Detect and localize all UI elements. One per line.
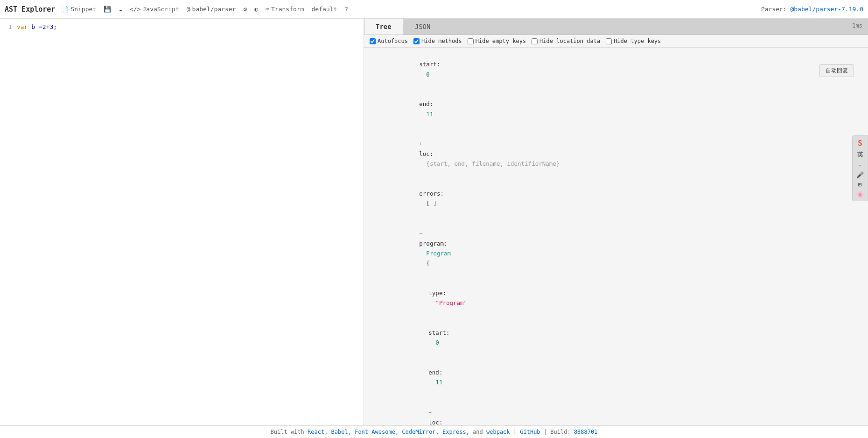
ime-dot-button[interactable]: · xyxy=(855,161,865,170)
tab-json[interactable]: JSON xyxy=(403,19,442,35)
ast-node-program-type: type: "Program" xyxy=(368,278,864,318)
parser-label: Parser: xyxy=(761,6,787,13)
default-select[interactable]: default xyxy=(309,5,339,14)
ast-node-program: − program: Program { xyxy=(368,219,864,278)
option-hide-empty-keys[interactable]: Hide empty keys xyxy=(468,38,526,44)
operator-assign: = xyxy=(35,22,42,32)
code-line-1: 1 var b = 2 + 3 ; xyxy=(0,22,364,32)
toolbar: AST Explorer 📄 Snippet 💾 ☁ </> JavaScrip… xyxy=(0,0,868,19)
ime-toolbar: S 英 · 🎤 ⊞ 🌸 xyxy=(852,135,868,201)
toggle-icon: ◐ xyxy=(254,6,258,13)
option-autofocus[interactable]: Autofocus xyxy=(370,38,408,44)
hide-methods-checkbox[interactable] xyxy=(413,38,420,44)
save-icon: 💾 xyxy=(104,6,111,13)
language-label: JavaScript xyxy=(142,6,179,13)
hide-location-data-label: Hide location data xyxy=(539,38,600,44)
snippet-label: Snippet xyxy=(70,6,96,13)
ast-node-loc: + loc: {start, end, filename, identifier… xyxy=(368,129,864,179)
footer: Built with React, Babel, Font Awesome, C… xyxy=(0,425,868,438)
transform-button[interactable]: ⌨ Transform xyxy=(264,5,306,14)
cloud-button[interactable]: ☁ xyxy=(117,5,124,14)
keyword-var: var xyxy=(17,22,28,32)
save-button[interactable]: 💾 xyxy=(102,5,113,14)
timing-label: 1ms xyxy=(847,19,868,35)
language-button[interactable]: </> JavaScript xyxy=(128,5,181,14)
parser-name-label: babel/parser xyxy=(192,6,236,13)
code-editor[interactable]: 1 var b = 2 + 3 ; xyxy=(0,19,364,425)
tab-tree[interactable]: Tree xyxy=(364,19,403,35)
code-icon: </> xyxy=(130,6,140,13)
footer-separator-build: | Build: xyxy=(544,429,574,435)
autofocus-label: Autofocus xyxy=(378,38,408,44)
footer-link-webpack[interactable]: webpack xyxy=(486,429,510,435)
snippet-icon: 📄 xyxy=(61,6,69,13)
auto-reply-button[interactable]: 自动回复 xyxy=(819,64,854,77)
semicolon: ; xyxy=(53,22,57,32)
ast-node-errors: errors: [ ] xyxy=(368,179,864,219)
ast-tabs: Tree JSON 1ms xyxy=(364,19,868,35)
parser-button[interactable]: @babel/parser xyxy=(185,5,238,14)
default-label: default xyxy=(311,6,337,13)
ast-panel: Tree JSON 1ms Autofocus Hide methods Hid… xyxy=(364,19,868,425)
at-icon: @ xyxy=(187,6,190,13)
ast-node-end: end: 11 xyxy=(368,89,864,129)
parser-version-link[interactable]: @babel/parser-7.19.0 xyxy=(790,6,863,13)
parser-info: Parser: @babel/parser-7.19.0 xyxy=(761,6,863,13)
ime-extra-button[interactable]: 🌸 xyxy=(855,190,865,199)
footer-link-fontawesome[interactable]: Font Awesome xyxy=(355,429,395,435)
operator-plus: + xyxy=(46,22,50,32)
help-button[interactable]: ? xyxy=(343,5,350,14)
gear-icon: ⚙ xyxy=(244,6,247,13)
hide-empty-keys-label: Hide empty keys xyxy=(476,38,526,44)
ast-node-program-end: end: 11 xyxy=(368,358,864,397)
variable-b: b xyxy=(31,22,35,32)
keyboard-icon: ⌨ xyxy=(266,6,269,13)
footer-link-express[interactable]: Express xyxy=(442,429,466,435)
toggle-button[interactable]: ◐ xyxy=(252,5,260,14)
ast-node-program-loc: + loc: {start, end, filename, identifier… xyxy=(368,397,864,425)
option-hide-type-keys[interactable]: Hide type keys xyxy=(606,38,661,44)
ast-tree-content: start: 0 end: 11 + loc: {start, end, fil… xyxy=(364,48,868,425)
option-hide-methods[interactable]: Hide methods xyxy=(413,38,462,44)
brand-label: AST Explorer xyxy=(5,5,55,14)
ime-grid-button[interactable]: ⊞ xyxy=(855,180,865,189)
snippet-button[interactable]: 📄 Snippet xyxy=(59,5,98,14)
hide-type-keys-label: Hide type keys xyxy=(614,38,661,44)
ast-options: Autofocus Hide methods Hide empty keys H… xyxy=(364,35,868,48)
ime-lang-button[interactable]: 英 xyxy=(855,149,865,160)
footer-link-react[interactable]: React xyxy=(308,429,324,435)
autofocus-checkbox[interactable] xyxy=(370,38,376,44)
help-icon: ? xyxy=(344,6,348,13)
hide-empty-keys-checkbox[interactable] xyxy=(468,38,474,44)
footer-separator-github: | xyxy=(513,429,520,435)
transform-label: Transform xyxy=(271,6,304,13)
option-hide-location-data[interactable]: Hide location data xyxy=(532,38,600,44)
num-2: 2 xyxy=(42,22,46,32)
line-number: 1 xyxy=(4,22,17,32)
hide-type-keys-checkbox[interactable] xyxy=(606,38,612,44)
hide-location-data-checkbox[interactable] xyxy=(532,38,538,44)
ime-s-button[interactable]: S xyxy=(855,138,865,148)
settings-button[interactable]: ⚙ xyxy=(242,5,249,14)
footer-link-babel[interactable]: Babel xyxy=(331,429,348,435)
footer-link-build[interactable]: 8888701 xyxy=(574,429,598,435)
ime-mic-button[interactable]: 🎤 xyxy=(855,170,865,179)
main-area: 1 var b = 2 + 3 ; Tree JSON 1ms Autofocu… xyxy=(0,19,868,425)
footer-text-before: Built with xyxy=(271,429,308,435)
footer-link-github[interactable]: GitHub xyxy=(520,429,540,435)
ast-tree-scroll[interactable]: start: 0 end: 11 + loc: {start, end, fil… xyxy=(364,48,868,425)
footer-text-and: and xyxy=(473,429,483,435)
footer-link-codemirror[interactable]: CodeMirror xyxy=(402,429,435,435)
hide-methods-label: Hide methods xyxy=(421,38,462,44)
ast-node-program-start: start: 0 xyxy=(368,318,864,358)
num-3: 3 xyxy=(49,22,53,32)
ast-scroll-wrapper: start: 0 end: 11 + loc: {start, end, fil… xyxy=(364,48,868,425)
ast-node-start: start: 0 xyxy=(368,49,864,89)
cloud-icon: ☁ xyxy=(119,6,122,13)
